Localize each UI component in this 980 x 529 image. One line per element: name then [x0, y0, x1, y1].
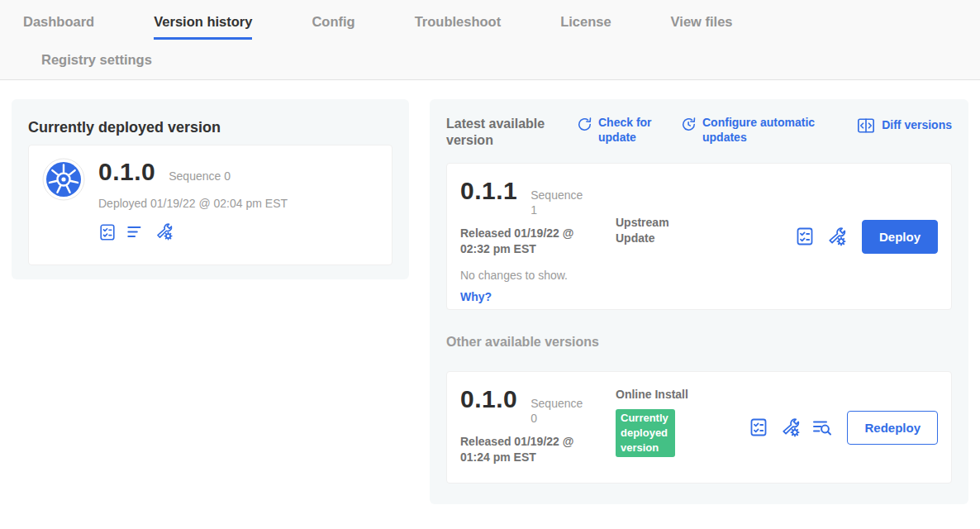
diff-versions-label: Diff versions [882, 118, 952, 133]
release-notes-checklist-icon[interactable] [98, 223, 117, 241]
release-notes-checklist-icon[interactable] [749, 417, 768, 437]
latest-version-actions [795, 226, 847, 247]
circular-arrow-icon [577, 117, 592, 132]
tab-row-secondary: Registry settings [0, 40, 980, 80]
latest-version-details: 0.1.1 Sequence 1 Released 01/19/22 @ 02:… [460, 177, 616, 303]
latest-released-timestamp: Released 01/19/22 @ 02:32 pm EST [460, 226, 594, 257]
current-version-sequence: Sequence 0 [169, 169, 231, 183]
deployed-timestamp: Deployed 01/19/22 @ 02:04 pm EST [98, 197, 288, 210]
logs-magnifier-icon[interactable] [812, 417, 832, 437]
other-released-timestamp: Released 01/19/22 @ 01:24 pm EST [460, 434, 594, 465]
latest-version-row: 0.1.1 Sequence 1 [460, 177, 616, 217]
current-version-actions [98, 222, 288, 241]
tab-license[interactable]: License [560, 14, 611, 40]
diff-versions-icon [856, 117, 876, 135]
deploy-button[interactable]: Deploy [862, 220, 938, 254]
currently-deployed-badge: Currently deployed version [616, 409, 675, 458]
other-version-source-col: Online Install Currently deployed versio… [616, 385, 692, 457]
check-for-update-label: Check for update [598, 116, 659, 145]
current-version-card: 0.1.0 Sequence 0 Deployed 01/19/22 @ 02:… [28, 145, 392, 265]
current-version-panel: Currently deployed version 0.1.0 Sequenc… [12, 99, 409, 279]
available-versions-panel: Latest available version Check for updat… [430, 99, 968, 504]
config-wrench-gear-icon[interactable] [826, 226, 847, 247]
logs-lines-icon[interactable] [126, 223, 145, 241]
release-notes-checklist-icon[interactable] [795, 226, 815, 246]
other-version-sequence: Sequence 0 [530, 397, 585, 426]
current-version-title: Currently deployed version [28, 119, 392, 136]
other-version-actions [749, 417, 832, 438]
tab-view-files[interactable]: View files [671, 14, 733, 40]
latest-version-number: 0.1.1 [460, 177, 517, 205]
tab-row-primary: Dashboard Version history Config Trouble… [0, 0, 980, 40]
clock-circular-arrow-icon [681, 117, 697, 132]
other-versions-title: Other available versions [446, 335, 952, 350]
latest-version-sequence: Sequence 1 [530, 188, 585, 217]
tab-version-history[interactable]: Version history [154, 14, 252, 40]
latest-version-card: 0.1.1 Sequence 1 Released 01/19/22 @ 02:… [446, 163, 952, 310]
other-version-number: 0.1.0 [460, 385, 517, 413]
config-wrench-gear-icon[interactable] [155, 222, 174, 241]
other-version-card: 0.1.0 Sequence 0 Released 01/19/22 @ 01:… [446, 371, 952, 484]
tab-registry-settings[interactable]: Registry settings [41, 52, 152, 68]
why-link[interactable]: Why? [460, 290, 616, 303]
latest-version-header: Latest available version Check for updat… [446, 116, 952, 149]
diff-versions-link[interactable]: Diff versions [856, 116, 952, 135]
tab-config[interactable]: Config [312, 14, 354, 40]
other-version-source: Online Install [616, 387, 692, 403]
configure-automatic-updates-link[interactable]: Configure automatic updates [681, 116, 828, 145]
current-version-details: 0.1.0 Sequence 0 Deployed 01/19/22 @ 02:… [98, 158, 288, 252]
top-nav: Dashboard Version history Config Trouble… [0, 0, 980, 80]
current-version-number: 0.1.0 [98, 158, 155, 186]
other-version-row: 0.1.0 Sequence 0 [460, 385, 616, 426]
kubernetes-logo-icon [42, 158, 85, 252]
check-for-update-link[interactable]: Check for update [577, 116, 659, 145]
latest-version-title: Latest available version [446, 116, 555, 149]
configure-automatic-updates-label: Configure automatic updates [702, 116, 828, 145]
redeploy-button[interactable]: Redeploy [847, 411, 938, 445]
tab-dashboard[interactable]: Dashboard [23, 14, 94, 40]
no-changes-text: No changes to show. [460, 269, 616, 282]
other-version-details: 0.1.0 Sequence 0 Released 01/19/22 @ 01:… [460, 385, 616, 465]
tab-troubleshoot[interactable]: Troubleshoot [415, 14, 502, 40]
current-version-row: 0.1.0 Sequence 0 [98, 158, 288, 186]
config-wrench-gear-icon[interactable] [780, 417, 801, 438]
latest-version-source: Upstream Update [616, 215, 692, 246]
